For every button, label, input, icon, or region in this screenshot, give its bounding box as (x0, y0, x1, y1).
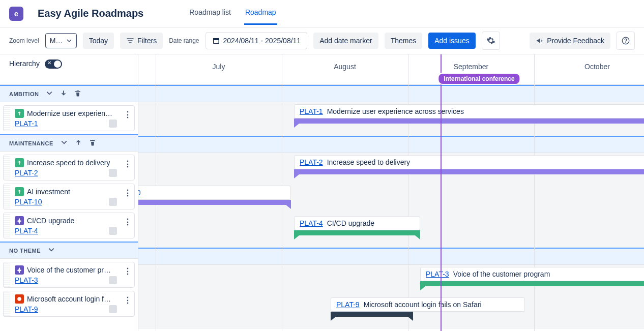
app-logo-icon: e (9, 7, 23, 21)
tab-roadmap-list[interactable]: Roadmap list (188, 2, 232, 25)
chevron-icon[interactable] (48, 246, 55, 255)
issue-card[interactable]: CI/CD upgradePLAT-4⋮ (3, 213, 135, 238)
issue-title: Modernize user experien… (27, 109, 112, 117)
progress-bar (294, 230, 420, 235)
timeline-bar-label: Modernize user experience across service… (327, 107, 464, 115)
svg-rect-1 (213, 38, 219, 40)
card-menu-button[interactable]: ⋮ (121, 106, 134, 131)
hierarchy-row: Hierarchy (0, 54, 138, 85)
timeline-row: PLAT-1Modernize user experience across s… (138, 102, 644, 133)
issue-card[interactable]: AI investmentPLAT-10⋮ (3, 184, 135, 209)
provide-feedback-button[interactable]: Provide Feedback (530, 33, 610, 49)
issue-card[interactable]: Microsoft account login f…PLAT-9⋮ (3, 291, 135, 317)
timeline-bar[interactable]: PLAT-2Increase speed to delivery (294, 155, 644, 169)
megaphone-icon (536, 37, 544, 45)
drag-handle-icon[interactable] (4, 213, 11, 238)
timeline-row: PLAT-2Increase speed to delivery (138, 153, 644, 184)
chevron-icon[interactable] (61, 139, 68, 147)
settings-button[interactable] (482, 32, 500, 50)
issue-key-link[interactable]: PLAT-2 (300, 158, 323, 166)
issue-type-icon (15, 294, 24, 304)
card-menu-button[interactable]: ⋮ (121, 262, 134, 287)
swimlane-title: Ambition (9, 91, 39, 97)
timeline-row: PLAT-10 (138, 184, 644, 214)
swimlane-header-ambition[interactable]: Ambition (0, 85, 138, 102)
drag-handle-icon[interactable] (4, 184, 11, 209)
issue-key-link[interactable]: PLAT-10 (138, 189, 140, 197)
date-range-picker[interactable]: 2024/08/11 - 2025/08/11 (206, 32, 308, 49)
issue-type-icon (15, 109, 24, 118)
status-placeholder (109, 198, 117, 206)
card-menu-button[interactable]: ⋮ (121, 184, 134, 209)
progress-bar (138, 200, 291, 205)
issue-title: AI investment (27, 188, 70, 196)
swimlane-title: Maintenance (9, 140, 53, 146)
drag-handle-icon[interactable] (4, 106, 11, 131)
issue-title: Microsoft account login f… (27, 295, 111, 303)
status-placeholder (109, 276, 117, 284)
issue-type-icon (15, 158, 24, 167)
progress-bar (294, 169, 644, 174)
timeline-bar[interactable]: PLAT-3Voice of the customer program (420, 267, 644, 281)
issue-title: Increase speed to delivery (27, 159, 110, 167)
timeline-months-header: JulyAugustSeptemberOctoberInternational … (138, 54, 644, 85)
swimlane-header-notheme[interactable]: No Theme (0, 242, 138, 259)
tab-roadmap[interactable]: Roadmap (244, 2, 277, 25)
nav-tabs: Roadmap list Roadmap (188, 2, 277, 25)
issue-key-link[interactable]: PLAT-3 (426, 270, 449, 278)
help-button[interactable] (617, 32, 635, 50)
help-icon (621, 36, 630, 45)
hierarchy-toggle[interactable] (45, 59, 62, 69)
add-date-marker-button[interactable]: Add date marker (313, 33, 378, 49)
month-header: October (534, 54, 644, 85)
card-menu-button[interactable]: ⋮ (121, 213, 134, 238)
app-title: Easy Agile Roadmaps (38, 8, 143, 19)
timeline-bar[interactable]: PLAT-4CI/CD upgrade (294, 216, 420, 230)
issue-card[interactable]: Increase speed to deliveryPLAT-2⋮ (3, 155, 135, 180)
themes-button[interactable]: Themes (385, 33, 423, 49)
up-arrow-icon[interactable] (75, 139, 82, 147)
trash-icon[interactable] (89, 139, 96, 147)
issue-key-link[interactable]: PLAT-3 (15, 276, 38, 284)
issue-title: Voice of the customer pr… (27, 266, 111, 274)
status-placeholder (109, 169, 117, 177)
issue-key-link[interactable]: PLAT-10 (15, 198, 42, 206)
add-issues-button[interactable]: Add issues (428, 33, 475, 49)
zoom-select[interactable]: M… (45, 33, 77, 48)
timeline-row: PLAT-9Microsoft account login fails on S… (138, 295, 644, 326)
progress-bar (294, 118, 644, 124)
issue-card[interactable]: Voice of the customer pr…PLAT-3⋮ (3, 262, 135, 288)
timeline-bar-label: CI/CD upgrade (327, 219, 374, 227)
filters-button[interactable]: Filters (120, 33, 163, 49)
timeline-bar[interactable]: PLAT-10 (138, 186, 291, 200)
issue-key-link[interactable]: PLAT-9 (336, 300, 360, 309)
timeline-bar[interactable]: PLAT-1Modernize user experience across s… (294, 104, 644, 118)
issue-key-link[interactable]: PLAT-1 (300, 107, 323, 115)
drag-handle-icon[interactable] (4, 155, 11, 180)
issue-key-link[interactable]: PLAT-1 (15, 119, 38, 128)
issue-key-link[interactable]: PLAT-2 (15, 169, 38, 177)
down-arrow-icon[interactable] (60, 89, 67, 98)
issue-key-link[interactable]: PLAT-4 (300, 219, 323, 227)
swimlane-header-maintenance[interactable]: Maintenance (0, 134, 138, 152)
swimlane-title: No Theme (9, 248, 41, 254)
card-menu-button[interactable]: ⋮ (121, 155, 134, 180)
trash-icon[interactable] (74, 89, 81, 98)
card-menu-button[interactable]: ⋮ (121, 291, 134, 316)
issue-card[interactable]: Modernize user experien…PLAT-1⋮ (3, 105, 135, 131)
timeline-row: PLAT-4CI/CD upgrade (138, 214, 644, 245)
issue-type-icon (15, 187, 24, 196)
drag-handle-icon[interactable] (4, 262, 11, 287)
issue-key-link[interactable]: PLAT-4 (15, 227, 38, 235)
timeline-bar-label: Voice of the customer program (453, 270, 550, 278)
month-header: August (282, 54, 408, 85)
issue-key-link[interactable]: PLAT-9 (15, 305, 38, 313)
today-button[interactable]: Today (83, 33, 114, 49)
date-marker[interactable]: International conference (437, 73, 520, 85)
chevron-down-icon (66, 38, 72, 44)
timeline-panel[interactable]: JulyAugustSeptemberOctoberInternational … (138, 54, 644, 331)
timeline-bar[interactable]: PLAT-9Microsoft account login fails on S… (331, 297, 525, 312)
chevron-icon[interactable] (46, 89, 53, 98)
toolbar: Zoom level M… Today Filters Date range 2… (0, 27, 644, 54)
drag-handle-icon[interactable] (4, 291, 11, 316)
